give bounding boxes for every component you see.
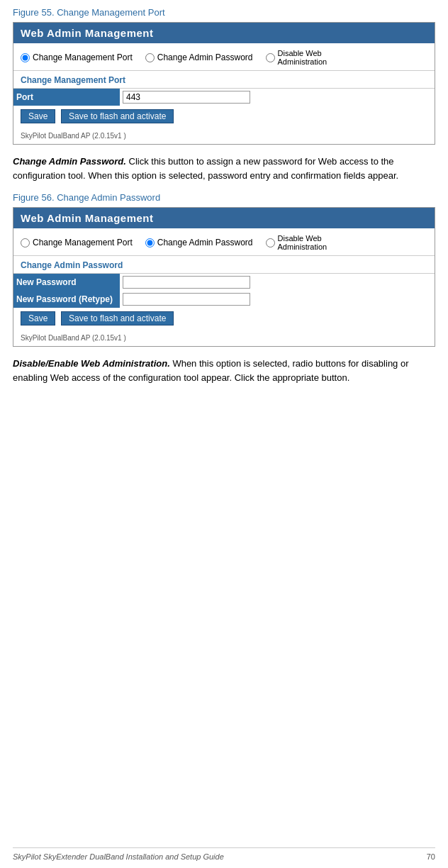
figure55-header: Web Admin Management bbox=[13, 23, 435, 43]
figure55-radio2-item: Change Admin Password bbox=[145, 52, 253, 62]
figure56-radio1[interactable] bbox=[21, 238, 30, 247]
retype-password-input[interactable] bbox=[123, 293, 250, 306]
retype-password-input-cell bbox=[120, 291, 435, 308]
figure55-radio1-item: Change Management Port bbox=[21, 52, 133, 62]
figure55-radio2-label: Change Admin Password bbox=[157, 52, 253, 62]
paragraph1-bold: Change Admin Password. bbox=[13, 156, 126, 167]
figure56-section-title: Change Admin Password bbox=[13, 256, 435, 274]
figure56-flash-button[interactable]: Save to flash and activate bbox=[61, 311, 174, 326]
figure56-radio1-item: Change Management Port bbox=[21, 238, 133, 247]
figure56-radio2-label: Change Admin Password bbox=[157, 238, 253, 247]
figure56-radio-row: Change Management Port Change Admin Pass… bbox=[13, 228, 435, 256]
figure55-radio3-item: Disable Web Administration bbox=[266, 49, 327, 66]
port-input[interactable] bbox=[123, 91, 250, 104]
port-row: Port bbox=[13, 89, 435, 106]
figure56-save-button[interactable]: Save bbox=[21, 311, 55, 326]
retype-password-row: New Password (Retype) bbox=[13, 291, 435, 308]
paragraph1: Change Admin Password. Click this button… bbox=[13, 155, 435, 182]
figure56-footer: SkyPilot DualBand AP (2.0.15v1 ) bbox=[13, 331, 435, 346]
figure55-radio-row: Change Management Port Change Admin Pass… bbox=[13, 43, 435, 71]
figure55-save-button[interactable]: Save bbox=[21, 109, 55, 123]
paragraph2-bold: Disable/Enable Web Administration. bbox=[13, 358, 170, 369]
figure55-radio1-label: Change Management Port bbox=[33, 52, 133, 62]
figure56-box: Web Admin Management Change Management P… bbox=[13, 207, 435, 347]
footer-left: SkyPilot SkyExtender DualBand Installati… bbox=[13, 852, 224, 861]
figure56-button-row: Save Save to flash and activate bbox=[13, 308, 435, 331]
figure55-form: Port bbox=[13, 89, 435, 106]
figure56-radio2[interactable] bbox=[145, 238, 155, 247]
figure55-box: Web Admin Management Change Management P… bbox=[13, 22, 435, 145]
port-input-cell bbox=[120, 89, 435, 106]
figure55-caption: Figure 55. Change Management Port bbox=[13, 7, 435, 18]
figure56-radio3-item: Disable Web Administration bbox=[266, 234, 327, 251]
figure55-radio3[interactable] bbox=[266, 53, 275, 62]
figure55-radio1[interactable] bbox=[21, 53, 30, 62]
figure55-footer: SkyPilot DualBand AP (2.0.15v1 ) bbox=[13, 129, 435, 144]
figure56-header: Web Admin Management bbox=[13, 208, 435, 228]
figure55-flash-button[interactable]: Save to flash and activate bbox=[61, 109, 174, 123]
new-password-label: New Password bbox=[13, 274, 120, 291]
new-password-input-cell bbox=[120, 274, 435, 291]
new-password-input[interactable] bbox=[123, 276, 250, 289]
paragraph2: Disable/Enable Web Administration. When … bbox=[13, 357, 435, 384]
figure55-button-row: Save Save to flash and activate bbox=[13, 106, 435, 129]
figure55-section-title: Change Management Port bbox=[13, 71, 435, 89]
figure56-form: New Password New Password (Retype) bbox=[13, 274, 435, 308]
footer-right: 70 bbox=[427, 852, 435, 861]
figure56-radio2-item: Change Admin Password bbox=[145, 238, 253, 247]
new-password-row: New Password bbox=[13, 274, 435, 291]
figure56-caption: Figure 56. Change Admin Password bbox=[13, 192, 435, 203]
figure56-radio3-label: Disable Web Administration bbox=[278, 234, 327, 251]
figure55-radio3-label: Disable Web Administration bbox=[278, 49, 327, 66]
figure56-radio1-label: Change Management Port bbox=[33, 238, 133, 247]
figure56-radio3[interactable] bbox=[266, 238, 275, 247]
port-label: Port bbox=[13, 89, 120, 106]
page-footer: SkyPilot SkyExtender DualBand Installati… bbox=[13, 847, 435, 861]
figure55-radio2[interactable] bbox=[145, 53, 155, 62]
main-content: Figure 55. Change Management Port Web Ad… bbox=[13, 7, 435, 423]
retype-password-label: New Password (Retype) bbox=[13, 291, 120, 308]
